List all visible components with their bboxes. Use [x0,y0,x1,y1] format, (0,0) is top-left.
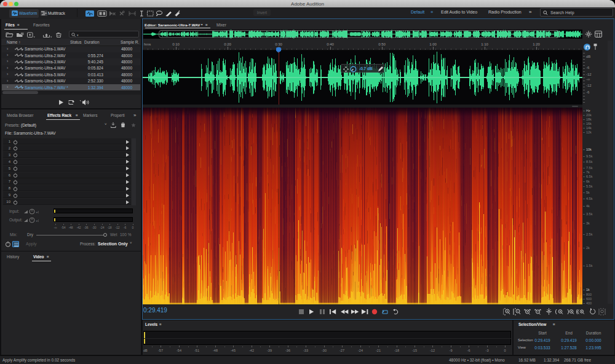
svg-text:+0: +0 [36,219,39,223]
svg-text:+0: +0 [36,210,39,214]
